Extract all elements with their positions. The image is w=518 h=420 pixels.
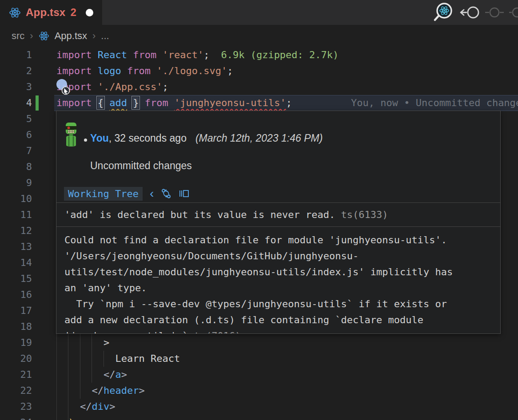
code-text: </a> — [56, 367, 127, 383]
code-line-21[interactable]: 21 </a> — [0, 367, 518, 383]
import-cost-annotation: 6.9k (gzipped: 2.7k) — [221, 49, 339, 60]
line-number: 7 — [0, 143, 32, 159]
mouse-cursor — [56, 78, 72, 96]
code-line-2[interactable]: 2import logo from './logo.svg'; — [0, 63, 518, 79]
code-text: </div> — [56, 399, 115, 415]
diagnostic-text-line: add a new declaration (.d.ts) file conta… — [64, 312, 492, 328]
line-number: 11 — [0, 207, 32, 223]
diagnostic-module-lines: Could not find a declaration file for mo… — [56, 227, 500, 333]
line-number: 8 — [0, 159, 32, 175]
author-link[interactable]: You — [90, 132, 109, 144]
react-devtools-search-icon[interactable] — [434, 2, 454, 23]
code-line-3[interactable]: 3import './App.css'; — [0, 79, 518, 95]
vscode-editor-window: { "colors": { "keyword": "#c77dbb", "ide… — [0, 0, 518, 420]
line-number: 17 — [0, 303, 32, 319]
editor-actions — [434, 0, 518, 25]
line-number: 23 — [0, 399, 32, 415]
blame-date: (March 12th, 2023 1:46 PM) — [195, 132, 323, 144]
code-line-23[interactable]: 23 </div> — [0, 399, 518, 415]
line-number: 6 — [0, 127, 32, 143]
line-number: 10 — [0, 191, 32, 207]
diagnostic-text: 'add' is declared but its value is never… — [64, 209, 341, 220]
line-number: 12 — [0, 223, 32, 239]
breadcrumb-separator: › — [30, 30, 33, 42]
blame-section: You, 32 seconds ago(March 12th, 2023 1:4… — [56, 111, 500, 202]
tab-bar: App.tsx 2 — [0, 0, 518, 25]
diagnostic-unused: 'add' is declared but its value is never… — [56, 203, 500, 226]
git-blame-annotation: You, now • Uncommitted changes — [351, 95, 518, 111]
line-number: 4 — [0, 95, 32, 111]
blame-header: You, 32 seconds ago(March 12th, 2023 1:4… — [90, 132, 323, 144]
code-line-19[interactable]: 19 > — [0, 335, 518, 351]
code-text: import './App.css'; — [56, 79, 168, 95]
code-text: import logo from './logo.svg'; — [56, 63, 233, 79]
react-icon — [9, 7, 21, 18]
line-number: 5 — [0, 111, 32, 127]
line-number: 16 — [0, 287, 32, 303]
code-line-22[interactable]: 22 </header> — [0, 383, 518, 399]
code-text: > — [56, 335, 109, 351]
tab-app-tsx[interactable]: App.tsx 2 — [0, 0, 102, 25]
compare-changes-icon[interactable] — [161, 188, 171, 199]
dimmed-action-clipped-icon[interactable] — [509, 6, 518, 19]
unsaved-dot-icon[interactable] — [86, 9, 93, 16]
line-number: 14 — [0, 255, 32, 271]
code-text: ); — [56, 415, 80, 420]
commit-message: Uncommitted changes — [90, 160, 192, 172]
line-number: 1 — [0, 47, 32, 63]
line-number: 2 — [0, 63, 32, 79]
diagnostic-text-line: utils/test/node_modules/junghyeonsu-util… — [64, 264, 492, 280]
diagnostic-code: ts(6133) — [341, 209, 388, 220]
breadcrumb-item-file[interactable]: App.tsx — [55, 30, 87, 42]
diagnostic-text-line: '/Users/jeonghyeonsu/Documents/GitHub/ju… — [64, 248, 492, 264]
code-line-24[interactable]: 24 ); — [0, 415, 518, 420]
tab-badge: 2 — [70, 6, 76, 19]
line-number: 22 — [0, 383, 32, 399]
chevron-left-icon[interactable]: ‹ — [150, 189, 154, 198]
breadcrumb-separator: › — [92, 30, 96, 42]
react-icon — [39, 31, 49, 41]
working-tree-row: Working Tree ‹ — [64, 186, 189, 202]
modified-line-indicator — [36, 95, 39, 111]
code-text: import React from 'react';6.9k (gzipped:… — [56, 47, 339, 63]
line-number: 18 — [0, 319, 32, 335]
tab-title: App.tsx — [26, 6, 65, 19]
breadcrumb: src › App.tsx › ... — [0, 25, 518, 47]
breadcrumb-item-more[interactable]: ... — [101, 30, 109, 42]
code-text: import { add } from 'junghyeonsu-utils'; — [56, 95, 292, 111]
code-line-1[interactable]: 1import React from 'react';6.9k (gzipped… — [0, 47, 518, 63]
line-number: 13 — [0, 239, 32, 255]
blame-time-ago: , 32 seconds ago — [109, 132, 187, 144]
commit-author-avatar — [64, 123, 78, 147]
breadcrumb-item-src[interactable]: src — [12, 30, 24, 42]
open-changes-icon[interactable] — [179, 188, 189, 199]
navigate-back-icon[interactable] — [459, 5, 480, 20]
working-tree-link[interactable]: Working Tree — [64, 187, 143, 201]
line-number: 9 — [0, 175, 32, 191]
diagnostic-text-line: Try `npm i --save-dev @types/junghyeonsu… — [64, 296, 492, 312]
diagnostic-text-line: Could not find a declaration file for mo… — [64, 232, 492, 248]
diagnostic-code: ts(7016) — [194, 330, 241, 333]
line-number: 15 — [0, 271, 32, 287]
code-text: Learn React — [56, 351, 180, 367]
code-line-20[interactable]: 20 Learn React — [0, 351, 518, 367]
diagnostic-text-line: 'junghyeonsu-utils';` ts(7016) — [64, 328, 492, 333]
diagnostic-text: 'junghyeonsu-utils';` — [64, 330, 194, 333]
code-text: </header> — [56, 383, 145, 399]
line-number: 3 — [0, 79, 32, 95]
diagnostic-text-line: an 'any' type. — [64, 280, 492, 296]
line-number: 21 — [0, 367, 32, 383]
bullet-dot — [84, 139, 87, 142]
line-number: 24 — [0, 415, 32, 420]
dimmed-action-icon[interactable] — [485, 6, 504, 19]
code-line-4[interactable]: 4import { add } from 'junghyeonsu-utils'… — [0, 95, 518, 111]
hover-popup: You, 32 seconds ago(March 12th, 2023 1:4… — [56, 111, 501, 334]
line-number: 19 — [0, 335, 32, 351]
line-number: 20 — [0, 351, 32, 367]
